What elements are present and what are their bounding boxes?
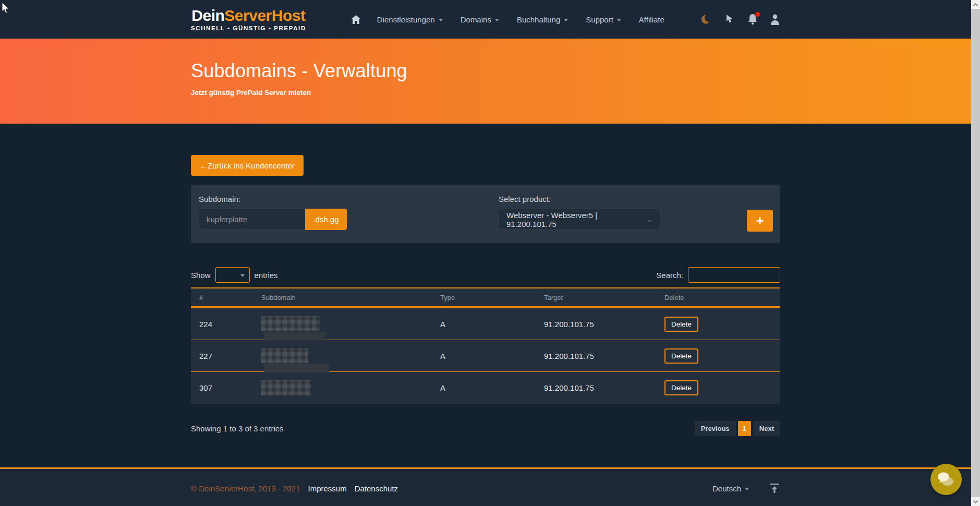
chevron-down-icon (564, 19, 568, 21)
browser-viewport: DeinServerHost SCHNELL • GÜNSTIG • PREPA… (0, 0, 980, 506)
product-label: Select product: (499, 195, 660, 203)
language-label: Deutsch (712, 484, 741, 493)
nav-item-buchhaltung[interactable]: Buchhaltung (508, 11, 577, 28)
account-button[interactable] (770, 14, 780, 25)
redaction-block (261, 316, 320, 331)
scrollbar-down-button[interactable] (971, 497, 980, 506)
nav-item-support[interactable]: Support (577, 11, 630, 28)
chevron-down-icon (617, 19, 621, 21)
redaction-block (264, 332, 325, 341)
nav-item-label: Affiliate (639, 15, 664, 24)
subdomains-table: # Subdomain Type Target Delete 224A91.20… (191, 287, 780, 404)
table-row: 227A91.200.101.75Delete (191, 340, 780, 372)
nav-item-label: Buchhaltung (517, 15, 560, 24)
nav-item-label: Dienstleistungen (377, 15, 435, 24)
chevron-down-icon: ⌄ (647, 215, 652, 223)
row-target: 91.200.101.75 (544, 320, 664, 329)
product-selected-value: Webserver - Webserver5 | 91.200.101.75 (506, 211, 647, 228)
product-select[interactable]: Webserver - Webserver5 | 91.200.101.75 ⌄ (499, 209, 660, 230)
notification-badge (755, 12, 760, 17)
nav-item-domains[interactable]: Domains (452, 11, 508, 28)
row-type: A (440, 320, 544, 329)
page-title: Subdomains - Verwaltung (191, 60, 780, 82)
add-subdomain-button[interactable]: + (747, 210, 773, 232)
live-chat-button[interactable] (930, 464, 962, 495)
subdomain-create-panel: Subdomain: .dsh.gg Select product: Webse… (191, 185, 780, 243)
nav-item-label: Support (586, 15, 613, 24)
chevron-down-icon (495, 19, 499, 21)
column-header-delete: Delete (664, 294, 780, 302)
footer-link-datenschutz[interactable]: Datenschutz (355, 484, 398, 493)
delete-button[interactable]: Delete (664, 380, 698, 395)
row-id: 227 (199, 352, 261, 360)
row-subdomain-redacted (261, 340, 440, 371)
chevron-down-icon (439, 19, 443, 21)
pagination-next-button[interactable]: Next (753, 421, 780, 436)
scroll-to-top-icon[interactable] (769, 483, 780, 494)
column-header-subdomain[interactable]: Subdomain (261, 294, 440, 302)
language-select[interactable]: Deutsch (712, 484, 749, 493)
subdomain-input[interactable] (199, 209, 305, 230)
back-to-customer-center-button[interactable]: ←Zurück ins Kundencenter (191, 155, 304, 176)
row-id: 307 (199, 383, 261, 392)
entries-per-page-select[interactable] (215, 267, 250, 283)
pointer-button[interactable] (724, 14, 735, 25)
nav-item-affiliate[interactable]: Affiliate (630, 11, 673, 28)
chevron-up-icon (973, 3, 978, 6)
pagination-page-1-button[interactable]: 1 (738, 421, 751, 436)
search-label: Search: (656, 271, 683, 280)
redaction-block (264, 364, 329, 372)
chevron-down-icon (240, 274, 245, 277)
nav-icon-group (701, 14, 780, 25)
nav-item-label: Domains (461, 15, 491, 24)
logo-wordmark: DeinServerHost (191, 7, 305, 24)
notifications-button[interactable] (747, 14, 758, 25)
user-icon (770, 14, 780, 25)
search-input[interactable] (688, 267, 780, 283)
chat-bubbles-icon (937, 471, 955, 488)
table-header-row: # Subdomain Type Target Delete (191, 287, 780, 308)
brand-logo[interactable]: DeinServerHost SCHNELL • GÜNSTIG • PREPA… (191, 7, 306, 31)
scrollbar-thumb[interactable] (971, 9, 980, 497)
delete-button[interactable]: Delete (664, 348, 698, 364)
entries-label: entries (255, 271, 278, 280)
home-icon (351, 15, 361, 24)
scrollbar-up-button[interactable] (971, 0, 980, 9)
main-content: ←Zurück ins Kundencenter Subdomain: .dsh… (0, 124, 971, 506)
logo-tagline: SCHNELL • GÜNSTIG • PREPAID (191, 25, 306, 31)
row-type: A (440, 383, 544, 392)
subdomain-label: Subdomain: (199, 195, 772, 203)
delete-button[interactable]: Delete (664, 317, 698, 332)
chevron-down-icon (973, 500, 978, 503)
row-target: 91.200.101.75 (544, 383, 664, 392)
top-navbar: DeinServerHost SCHNELL • GÜNSTIG • PREPA… (0, 0, 971, 39)
footer-link-impressum[interactable]: Impressum (308, 484, 347, 493)
vertical-scrollbar[interactable] (971, 0, 980, 506)
table-body: 224A91.200.101.75Delete227A91.200.101.75… (191, 308, 780, 404)
page-footer: © DeinServerHost, 2013 - 2021 Impressum … (0, 467, 971, 506)
entries-summary: Showing 1 to 3 of 3 entries (191, 424, 284, 433)
table-row: 307A91.200.101.75Delete (191, 372, 780, 404)
row-subdomain-redacted (261, 308, 440, 340)
nav-item-dienstleistungen[interactable]: Dienstleistungen (368, 11, 452, 28)
domain-suffix-button[interactable]: .dsh.gg (305, 209, 347, 230)
pointer-hand-icon (724, 14, 735, 25)
row-id: 224 (199, 320, 261, 329)
copyright-text: © DeinServerHost, 2013 - 2021 (191, 484, 300, 493)
dark-mode-toggle[interactable] (701, 14, 712, 25)
table-row: 224A91.200.101.75Delete (191, 308, 780, 340)
show-label: Show (191, 271, 211, 280)
column-header-target[interactable]: Target (544, 294, 664, 302)
nav-menu: DienstleistungenDomainsBuchhaltungSuppor… (344, 11, 673, 28)
page-subtitle: Jetzt günstig PrePaid Server mieten (191, 89, 780, 97)
column-header-id[interactable]: # (199, 294, 261, 302)
pagination-previous-button[interactable]: Previous (695, 421, 736, 436)
redaction-block (261, 348, 308, 363)
row-subdomain-redacted (261, 372, 440, 404)
row-target: 91.200.101.75 (544, 352, 664, 360)
chevron-down-icon (745, 488, 749, 490)
redaction-block (261, 380, 311, 395)
pagination: Previous 1 Next (695, 421, 780, 436)
nav-home-link[interactable] (344, 11, 368, 28)
column-header-type[interactable]: Type (440, 294, 544, 302)
